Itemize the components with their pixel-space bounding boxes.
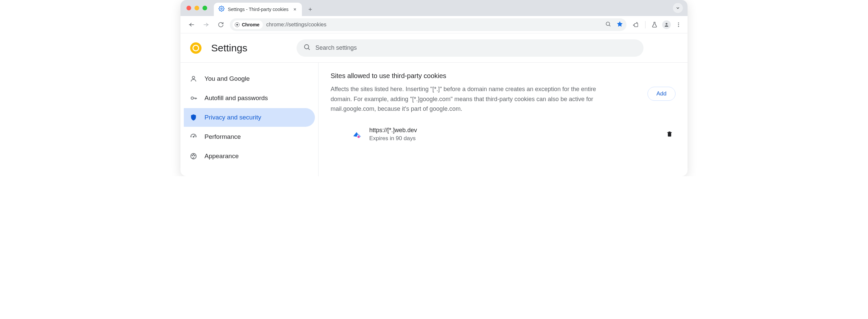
sidebar-item-label: Appearance	[205, 152, 239, 160]
sidebar-item-label: Privacy and security	[205, 114, 261, 121]
svg-point-11	[305, 45, 309, 49]
kebab-menu-icon[interactable]	[675, 21, 682, 28]
close-tab-icon[interactable]	[292, 6, 298, 12]
svg-point-4	[665, 23, 667, 24]
site-favicon-icon	[352, 129, 362, 140]
svg-point-17	[193, 154, 194, 155]
toolbar-actions	[632, 20, 682, 29]
sidebar-item-label: Autofill and passwords	[205, 94, 268, 102]
new-tab-button[interactable]	[305, 4, 316, 15]
sidebar-item-label: You and Google	[205, 75, 250, 82]
forward-button[interactable]	[200, 19, 212, 30]
section-description: Affects the sites listed here. Inserting…	[331, 84, 618, 114]
svg-point-3	[606, 22, 610, 26]
svg-point-18	[194, 155, 195, 156]
bookmark-star-icon[interactable]	[617, 21, 623, 29]
delete-site-icon[interactable]	[666, 130, 673, 139]
search-settings-input[interactable]: Search settings	[297, 39, 644, 57]
sidebar-item-appearance[interactable]: Appearance	[184, 147, 315, 166]
chrome-logo-icon	[190, 42, 202, 54]
tab-overflow-button[interactable]	[673, 3, 683, 13]
svg-point-13	[191, 97, 193, 99]
sidebar-item-performance[interactable]: Performance	[184, 127, 315, 146]
settings-gear-icon	[218, 6, 224, 13]
reload-button[interactable]	[215, 19, 226, 30]
address-bar[interactable]: Chrome chrome://settings/cookies	[230, 18, 626, 31]
add-button[interactable]: Add	[648, 87, 676, 101]
browser-tab[interactable]: Settings - Third-party cookies	[214, 3, 302, 16]
tab-strip: Settings - Third-party cookies	[181, 0, 687, 16]
chrome-chip-label: Chrome	[242, 22, 259, 27]
browser-window: Settings - Third-party cookies Chrome	[181, 0, 687, 176]
allowed-site-row: https://[*.]web.dev Expires in 90 days	[331, 121, 676, 142]
svg-point-12	[192, 77, 194, 79]
close-window-button[interactable]	[186, 6, 191, 10]
svg-point-16	[192, 155, 192, 156]
svg-point-7	[678, 26, 679, 27]
window-controls	[186, 0, 214, 16]
section-header: Sites allowed to use third-party cookies…	[331, 72, 676, 114]
sidebar-item-label: Performance	[205, 133, 241, 141]
zoom-icon[interactable]	[605, 21, 611, 28]
toolbar-divider	[645, 21, 646, 28]
section-title: Sites allowed to use third-party cookies	[331, 72, 638, 80]
settings-header: Settings Search settings	[181, 33, 687, 63]
search-icon	[303, 44, 311, 52]
main-panel: Sites allowed to use third-party cookies…	[318, 63, 687, 176]
svg-point-10	[193, 46, 198, 50]
svg-point-5	[678, 22, 679, 23]
toolbar: Chrome chrome://settings/cookies	[181, 16, 687, 33]
svg-point-14	[193, 137, 194, 138]
svg-point-0	[221, 8, 222, 10]
extensions-icon[interactable]	[632, 21, 640, 28]
maximize-window-button[interactable]	[203, 6, 207, 10]
minimize-window-button[interactable]	[194, 6, 199, 10]
settings-body: You and Google Autofill and passwords Pr…	[181, 63, 687, 176]
tab-title: Settings - Third-party cookies	[228, 7, 288, 12]
site-url: https://[*.]web.dev	[369, 127, 659, 134]
site-expiry: Expires in 90 days	[369, 135, 659, 142]
chrome-chip: Chrome	[232, 20, 263, 29]
url-text: chrome://settings/cookies	[266, 22, 327, 28]
sidebar-item-autofill[interactable]: Autofill and passwords	[184, 89, 315, 108]
search-placeholder: Search settings	[315, 45, 356, 51]
sidebar-item-privacy[interactable]: Privacy and security	[184, 108, 315, 127]
sidebar-item-you-and-google[interactable]: You and Google	[184, 69, 315, 88]
svg-point-2	[236, 24, 238, 25]
sidebar: You and Google Autofill and passwords Pr…	[181, 63, 318, 176]
svg-point-6	[678, 24, 679, 25]
back-button[interactable]	[186, 19, 197, 30]
profile-avatar[interactable]	[662, 20, 671, 29]
page-title: Settings	[211, 42, 247, 54]
labs-icon[interactable]	[651, 21, 658, 28]
